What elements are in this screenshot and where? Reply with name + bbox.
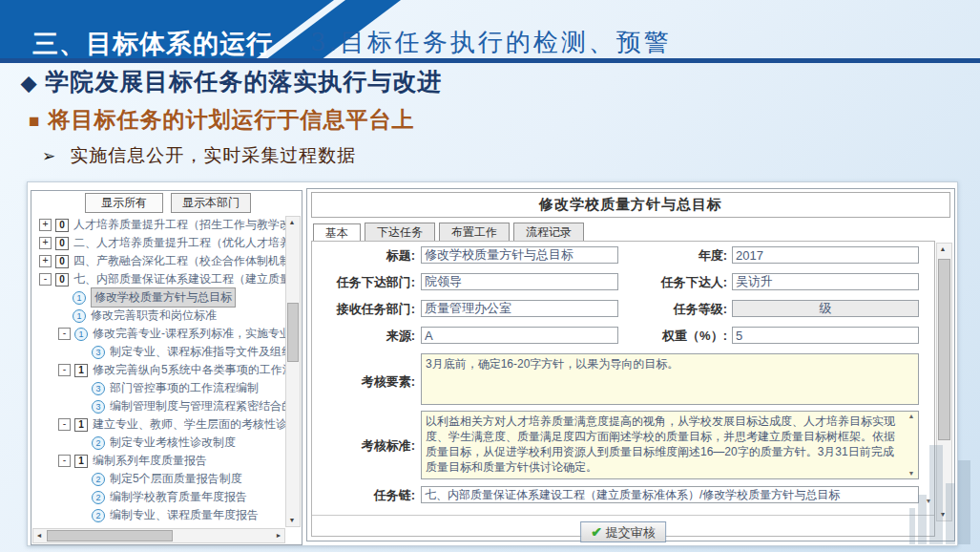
task-level-input[interactable] — [732, 300, 919, 317]
arrow-bullet-icon: ➢ — [42, 147, 56, 165]
scroll-down-icon[interactable]: ▼ — [286, 515, 298, 526]
collapse-icon[interactable]: - — [58, 364, 71, 376]
title-input[interactable] — [421, 246, 618, 264]
numbered-circle-icon: 1 — [73, 291, 86, 305]
task-form-panel: 修改学校质量方针与总目标 基本下达任务布置工作流程记录 标题: 年度: 任务下达… — [306, 188, 955, 541]
textarea-scroll-up-icon[interactable]: ▲ — [906, 413, 917, 419]
tree-item[interactable]: -1建立专业、教师、学生层面的考核性诊 — [33, 415, 285, 434]
form-tab[interactable]: 下达任务 — [365, 223, 435, 241]
numbered-box-icon: 1 — [74, 455, 88, 468]
check-icon: ✔ — [591, 524, 602, 540]
tree-item-label: 二、人才培养质量提升工程（优化人才培养 — [73, 234, 285, 252]
collapse-icon[interactable]: - — [58, 455, 71, 467]
scroll-up-icon[interactable]: ▲ — [937, 244, 949, 255]
issuing-dept-input[interactable] — [421, 273, 618, 290]
tree-item[interactable]: 2制定5个层面质量报告制度 — [33, 470, 285, 488]
collapse-icon[interactable]: - — [39, 273, 52, 286]
tree-horizontal-scrollbar[interactable]: ◄ ► — [32, 528, 285, 543]
tree-item[interactable]: 1修改学校质量方针与总目标 — [33, 288, 285, 307]
heading-1: ◆学院发展目标任务的落实执行与改进 — [21, 66, 442, 97]
collapse-icon[interactable]: - — [58, 328, 71, 340]
tree-item[interactable]: -1修改完善纵向5系统中各类事项的工作流 — [33, 361, 285, 379]
tree-item[interactable]: 3部门管控事项的工作流程编制 — [33, 379, 285, 397]
scroll-right-icon[interactable]: ► — [273, 530, 284, 541]
show-department-button[interactable]: 显示本部门 — [171, 193, 251, 213]
numbered-circle-icon: 1 — [73, 309, 86, 323]
assessment-standard-textarea[interactable]: 以利益相关方对人才培养质量满意度提高的视角，从学校发展目标达成度、人才培养目标实… — [421, 411, 919, 479]
numbered-circle-icon: 3 — [92, 346, 105, 359]
scroll-up-icon[interactable]: ▲ — [286, 217, 298, 228]
form-tab[interactable]: 流程记录 — [513, 223, 584, 241]
tree-item-label: 编制管理制度与管理流程紧密结合的 — [110, 397, 285, 415]
expand-icon[interactable]: + — [39, 237, 52, 249]
receiving-dept-input[interactable] — [421, 300, 618, 317]
tree-item-label: 四、产教融合深化工程（校企合作体制机制 — [73, 252, 285, 270]
issuer-input[interactable] — [732, 273, 919, 290]
form-tab[interactable]: 布置工作 — [439, 223, 510, 241]
tree-item[interactable]: 3编制管理制度与管理流程紧密结合的 — [33, 397, 285, 415]
tree-item[interactable]: -1修改完善专业-课程系列标准，实施专业 — [33, 325, 285, 343]
tree-item-label: 修改学校质量方针与总目标 — [91, 287, 236, 308]
diamond-bullet-icon: ◆ — [21, 72, 37, 94]
expand-icon[interactable]: + — [39, 219, 52, 231]
show-all-button[interactable]: 显示所有 — [85, 193, 163, 213]
tree-item-label: 人才培养质量提升工程（招生工作与教学改 — [73, 216, 285, 234]
field-label-receiving-dept: 接收任务部门: — [312, 300, 415, 319]
field-label-assessment-standard: 考核标准: — [312, 437, 415, 455]
form-title: 修改学校质量方针与总目标 — [311, 192, 950, 218]
tree-item[interactable]: 2编制学校教育质量年度报告 — [33, 488, 285, 506]
tree-vertical-scrollbar[interactable]: ▲ ▼ — [285, 216, 301, 527]
field-label-title: 标题: — [312, 246, 415, 265]
field-label-year: 年度: — [627, 246, 727, 265]
skyline-watermark — [909, 508, 915, 544]
bullet-text: 实施信息公开，实时采集过程数据 — [70, 145, 356, 165]
tree-item[interactable]: 3制定专业、课程标准指导文件及组织 — [33, 343, 285, 361]
tree-item[interactable]: +0二、人才培养质量提升工程（优化人才培养 — [33, 234, 285, 252]
field-label-task-chain: 任务链: — [312, 486, 415, 505]
scrollbar-thumb[interactable] — [938, 259, 950, 440]
skyline-watermark — [946, 483, 955, 544]
form-divider — [312, 515, 934, 516]
application-window: 显示所有 显示本部门 +0人才培养质量提升工程（招生工作与教学改+0二、人才培养… — [27, 181, 958, 546]
form-tab[interactable]: 基本 — [313, 223, 361, 242]
source-input[interactable] — [421, 327, 618, 344]
tree-item[interactable]: +0人才培养质量提升工程（招生工作与教学改 — [33, 216, 285, 234]
field-label-issuer: 任务下达人: — [627, 273, 727, 292]
square-bullet-icon: ■ — [29, 111, 40, 131]
numbered-box-icon: 1 — [74, 418, 88, 432]
field-label-weight: 权重（%）: — [627, 327, 727, 346]
field-label-task-level: 任务等级: — [627, 300, 727, 319]
numbered-box-icon: 0 — [55, 237, 69, 250]
numbered-circle-icon: 3 — [92, 400, 105, 414]
assessment-elements-textarea[interactable]: 3月底前，确定16-20字方针，以果为导向的目标。 — [421, 353, 919, 405]
tree-item[interactable]: -0七、内部质量保证体系建设工程（建立质量 — [33, 270, 285, 288]
task-chain-input[interactable] — [421, 486, 919, 503]
submit-review-label: 提交审核 — [606, 525, 656, 540]
tree-item[interactable]: -1编制系列年度质量报告 — [33, 452, 285, 470]
scroll-left-icon[interactable]: ◄ — [33, 530, 45, 541]
submit-review-button[interactable]: ✔提交审核 — [580, 521, 666, 542]
tree-item[interactable]: 2制定专业考核性诊改制度 — [33, 434, 285, 452]
field-label-assessment-elements: 考核要素: — [312, 373, 415, 391]
skyline-watermark — [918, 495, 927, 544]
field-label-issuing-dept: 任务下达部门: — [312, 273, 415, 292]
scrollbar-thumb[interactable] — [47, 530, 173, 541]
header-divider — [0, 58, 980, 63]
expand-icon[interactable]: + — [39, 255, 52, 267]
numbered-box-icon: 0 — [55, 255, 69, 268]
tree-item[interactable]: +0四、产教融合深化工程（校企合作体制机制 — [33, 252, 285, 270]
tree-item-label: 制定5个层面质量报告制度 — [110, 470, 242, 488]
weight-input[interactable] — [732, 327, 919, 344]
tree-item[interactable]: 1修改完善职责和岗位标准 — [33, 307, 285, 325]
tree-item-label: 修改完善职责和岗位标准 — [91, 307, 217, 325]
collapse-icon[interactable]: - — [58, 418, 71, 431]
tree-item-label: 制定专业考核性诊改制度 — [110, 434, 236, 452]
form-body: 标题: 年度: 任务下达部门: 任务下达人: 接收任务部门: 任务等级: — [311, 241, 935, 537]
tree-item-label: 编制系列年度质量报告 — [93, 452, 207, 470]
scrollbar-thumb[interactable] — [287, 303, 299, 362]
heading-1-text: 学院发展目标任务的落实执行与改进 — [45, 68, 442, 95]
year-input[interactable] — [732, 246, 919, 264]
tree-item[interactable]: 2编制专业、课程质量年度报告 — [33, 506, 285, 524]
textarea-scroll-down-icon[interactable]: ▼ — [906, 470, 917, 477]
numbered-circle-icon: 2 — [92, 509, 105, 522]
